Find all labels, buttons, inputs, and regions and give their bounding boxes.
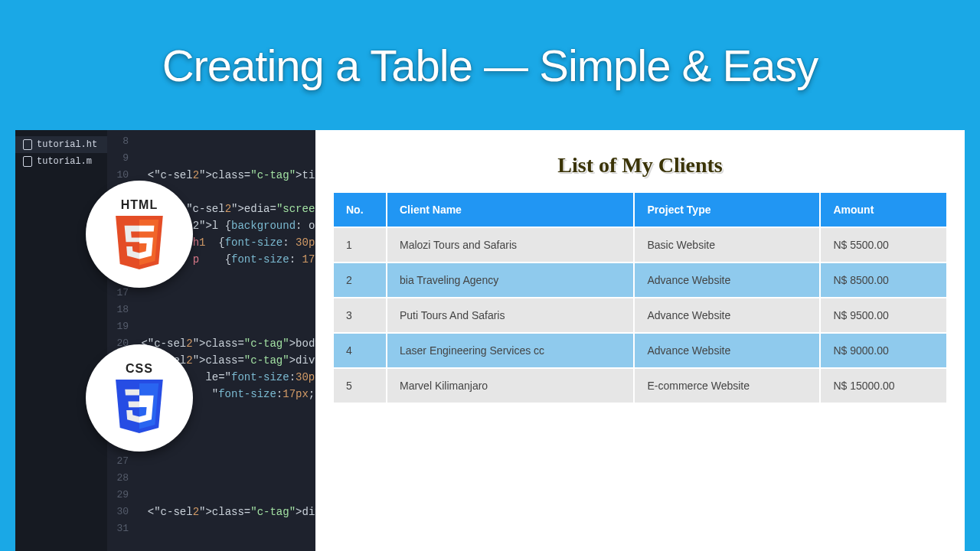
table-cell: 5 (333, 368, 387, 403)
code-line[interactable] (135, 150, 315, 167)
title-bar: Creating a Table — Simple & Easy (0, 0, 980, 130)
code-line[interactable] (135, 470, 315, 487)
table-cell: bia Traveling Agency (387, 262, 634, 298)
table-cell: E-commerce Website (634, 368, 820, 403)
line-number: 9 (107, 150, 135, 167)
code-line[interactable] (135, 302, 315, 318)
table-cell: N$ 9000.00 (820, 333, 947, 368)
table-cell: Advance Website (634, 298, 820, 333)
table-cell: Advance Website (634, 262, 820, 298)
table-row: 1Malozi Tours and SafarisBasic WebsiteN$… (333, 227, 947, 262)
file-tab[interactable]: tutorial.ht (15, 136, 107, 153)
css3-badge-label: CSS (126, 362, 153, 376)
page-title: Creating a Table — Simple & Easy (162, 40, 818, 91)
css3-icon (113, 379, 166, 434)
table-cell: Puti Tours And Safaris (387, 298, 634, 333)
clients-table: No.Client NameProject TypeAmount 1Malozi… (332, 191, 948, 404)
editor-file-list: tutorial.httutorial.m (15, 130, 107, 551)
table-header-cell: Amount (820, 192, 947, 227)
line-number: 28 (107, 470, 135, 487)
html5-badge: HTML (86, 181, 193, 288)
clients-table-body: 1Malozi Tours and SafarisBasic WebsiteN$… (333, 227, 947, 403)
table-cell: 3 (333, 298, 387, 333)
line-number: 19 (107, 318, 135, 335)
file-tab[interactable]: tutorial.m (15, 153, 107, 170)
table-header-cell: No. (333, 192, 387, 227)
table-cell: N$ 9500.00 (820, 298, 947, 333)
line-number: 30 (107, 504, 135, 520)
line-number: 8 (107, 133, 135, 150)
table-cell: Marvel Kilimanjaro (387, 368, 634, 403)
code-line[interactable]: <"c-sel2">class="c-tag">title>Learning C… (135, 167, 315, 184)
table-cell: 2 (333, 262, 387, 298)
file-tab-label: tutorial.m (37, 156, 92, 167)
html5-icon (113, 215, 166, 270)
clients-table-head: No.Client NameProject TypeAmount (333, 192, 947, 227)
file-tab-label: tutorial.ht (37, 139, 97, 150)
table-title: List of My Clients (332, 153, 948, 178)
code-line[interactable] (135, 285, 315, 302)
code-line[interactable]: <"c-sel2">class="c-tag">div "c-sel2">cla… (135, 504, 315, 520)
code-line[interactable] (135, 453, 315, 470)
table-cell: N$ 8500.00 (820, 262, 947, 298)
table-cell: Basic Website (634, 227, 820, 262)
file-icon (23, 139, 32, 150)
table-row: 3Puti Tours And SafarisAdvance WebsiteN$… (333, 298, 947, 333)
line-number: 31 (107, 520, 135, 537)
table-cell: 1 (333, 227, 387, 262)
table-cell: N$ 15000.00 (820, 368, 947, 403)
table-cell: N$ 5500.00 (820, 227, 947, 262)
table-cell: Laser Engineering Services cc (387, 333, 634, 368)
table-cell: 4 (333, 333, 387, 368)
table-header-cell: Client Name (387, 192, 634, 227)
html5-badge-label: HTML (121, 198, 158, 212)
table-cell: Advance Website (634, 333, 820, 368)
code-line[interactable] (135, 133, 315, 150)
code-line[interactable] (135, 487, 315, 504)
css3-badge: CSS (86, 344, 193, 452)
line-number: 27 (107, 453, 135, 470)
table-row: 4Laser Engineering Services ccAdvance We… (333, 333, 947, 368)
table-header-cell: Project Type (634, 192, 820, 227)
file-icon (23, 156, 32, 167)
table-row: 5Marvel KilimanjaroE-commerce WebsiteN$ … (333, 368, 947, 403)
code-line[interactable] (135, 318, 315, 335)
preview-pane: List of My Clients No.Client NameProject… (315, 130, 965, 551)
line-number: 29 (107, 487, 135, 504)
line-number: 17 (107, 285, 135, 302)
table-row: 2bia Traveling AgencyAdvance WebsiteN$ 8… (333, 262, 947, 298)
table-cell: Malozi Tours and Safaris (387, 227, 634, 262)
code-line[interactable] (135, 520, 315, 537)
line-number: 18 (107, 302, 135, 318)
